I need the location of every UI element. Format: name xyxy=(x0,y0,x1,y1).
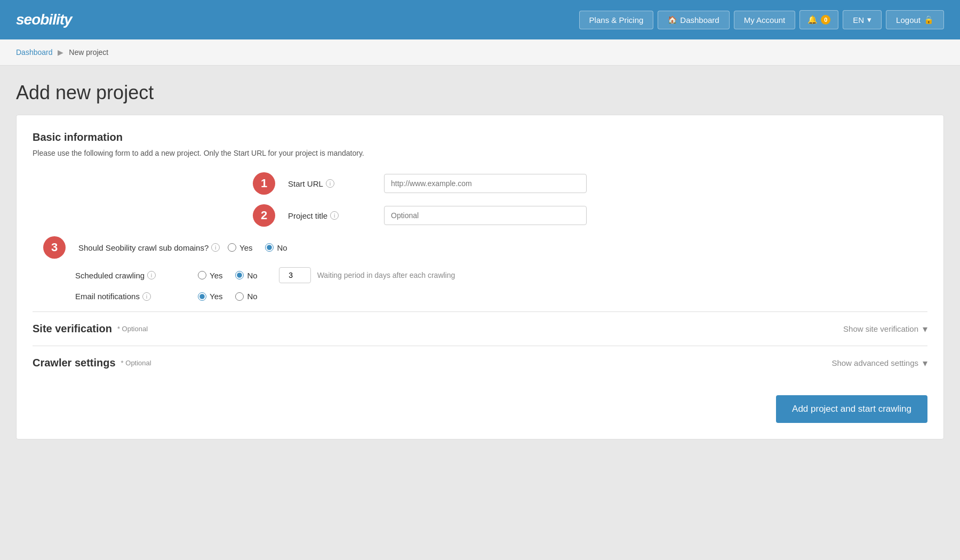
crawler-settings-section: Crawler settings * Optional Show advance… xyxy=(33,346,927,369)
email-no-option[interactable]: No xyxy=(235,292,257,301)
email-options: Yes No xyxy=(198,292,258,301)
email-no-radio[interactable] xyxy=(235,292,244,301)
step-2-badge: 2 xyxy=(253,204,275,227)
scheduled-info-icon[interactable]: i xyxy=(147,271,156,279)
form-card: Basic information Please use the followi… xyxy=(16,115,944,439)
site-verification-toggle[interactable]: Show site verification ▾ xyxy=(843,323,927,335)
page-title: Add new project xyxy=(16,82,944,104)
start-url-row: 1 Start URL i xyxy=(33,172,927,195)
dashboard-button[interactable]: 🏠 Dashboard xyxy=(658,11,729,29)
subdomain-no-radio[interactable] xyxy=(265,243,274,252)
submit-button[interactable]: Add project and start crawling xyxy=(776,395,927,423)
chevron-down-icon: ▾ xyxy=(923,357,927,369)
logo: seobility xyxy=(16,11,579,28)
email-yes-radio[interactable] xyxy=(198,292,206,301)
submit-row: Add project and start crawling xyxy=(33,384,927,423)
basic-information-section: Basic information Please use the followi… xyxy=(33,131,927,301)
subdomain-yes-radio[interactable] xyxy=(228,243,236,252)
section-title: Basic information xyxy=(33,131,927,143)
main-content: Add new project Basic information Please… xyxy=(0,66,960,455)
scheduled-days-input[interactable] xyxy=(279,267,311,283)
waiting-label: Waiting period in days after each crawli… xyxy=(317,271,455,279)
scheduled-no-option[interactable]: No xyxy=(235,271,257,280)
scheduled-options: Yes No Waiting period in days after each… xyxy=(198,267,455,283)
breadcrumb-separator: ▶ xyxy=(58,48,63,57)
main-nav: Plans & Pricing 🏠 Dashboard My Account 🔔… xyxy=(579,10,944,29)
my-account-button[interactable]: My Account xyxy=(734,11,796,29)
crawler-settings-optional: * Optional xyxy=(121,359,151,367)
breadcrumb-current: New project xyxy=(69,48,108,57)
email-notifications-row: Email notifications i Yes No xyxy=(33,292,927,301)
home-icon: 🏠 xyxy=(668,15,677,24)
crawler-settings-toggle[interactable]: Show advanced settings ▾ xyxy=(831,357,927,369)
chevron-down-icon: ▾ xyxy=(867,15,871,25)
email-yes-option[interactable]: Yes xyxy=(198,292,222,301)
subdomain-options: Yes No xyxy=(228,243,287,252)
plans-pricing-button[interactable]: Plans & Pricing xyxy=(579,11,654,29)
chevron-down-icon: ▾ xyxy=(923,323,927,335)
header: seobility Plans & Pricing 🏠 Dashboard My… xyxy=(0,0,960,39)
step-1-badge: 1 xyxy=(253,172,275,195)
lock-icon: 🔒 xyxy=(924,15,934,25)
crawler-settings-header[interactable]: Crawler settings * Optional Show advance… xyxy=(33,357,927,369)
start-url-input[interactable] xyxy=(384,174,587,193)
subdomain-yes-option[interactable]: Yes xyxy=(228,243,252,252)
scheduled-no-radio[interactable] xyxy=(235,271,244,279)
site-verification-optional: * Optional xyxy=(117,325,148,333)
subdomain-info-icon[interactable]: i xyxy=(211,243,220,252)
section-desc: Please use the following form to add a n… xyxy=(33,149,927,157)
scheduled-label: Scheduled crawling i xyxy=(75,271,198,280)
step-3-badge: 3 xyxy=(43,236,66,259)
breadcrumb: Dashboard ▶ New project xyxy=(0,39,960,66)
email-label: Email notifications i xyxy=(75,292,198,301)
start-url-label: Start URL i xyxy=(288,179,373,188)
project-title-row: 2 Project title i xyxy=(33,204,927,227)
logout-button[interactable]: Logout 🔒 xyxy=(886,10,944,29)
project-title-label: Project title i xyxy=(288,211,373,220)
site-verification-section: Site verification * Optional Show site v… xyxy=(33,311,927,335)
subdomain-row: 3 Should Seobility crawl sub domains? i … xyxy=(33,236,927,259)
scheduled-days-wrap: Waiting period in days after each crawli… xyxy=(279,267,455,283)
bell-icon: 🔔 xyxy=(807,15,818,25)
crawler-settings-title: Crawler settings * Optional xyxy=(33,357,151,369)
site-verification-header[interactable]: Site verification * Optional Show site v… xyxy=(33,323,927,335)
notifications-button[interactable]: 🔔 0 xyxy=(799,10,838,29)
site-verification-title: Site verification * Optional xyxy=(33,323,148,335)
breadcrumb-dashboard-link[interactable]: Dashboard xyxy=(16,48,53,57)
scheduled-yes-option[interactable]: Yes xyxy=(198,271,222,280)
language-button[interactable]: EN ▾ xyxy=(843,10,882,29)
start-url-info-icon[interactable]: i xyxy=(326,179,334,188)
notification-badge: 0 xyxy=(821,15,830,25)
subdomain-label: Should Seobility crawl sub domains? i xyxy=(78,243,228,252)
scheduled-yes-radio[interactable] xyxy=(198,271,206,279)
project-title-info-icon[interactable]: i xyxy=(330,211,339,220)
email-info-icon[interactable]: i xyxy=(142,292,151,301)
scheduled-crawling-row: Scheduled crawling i Yes No Waiting peri… xyxy=(33,267,927,283)
subdomain-no-option[interactable]: No xyxy=(265,243,287,252)
project-title-input[interactable] xyxy=(384,206,587,225)
